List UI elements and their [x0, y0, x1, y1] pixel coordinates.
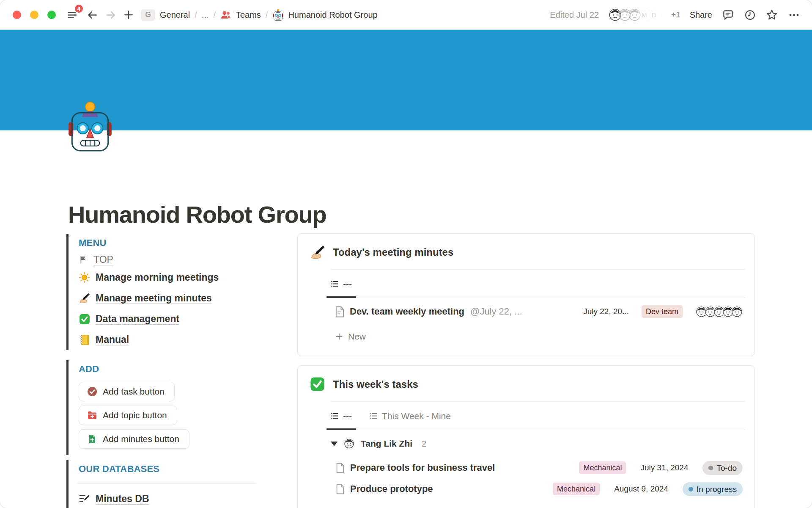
topbar-right: Edited Jul 22 M D +1 Share [550, 8, 800, 22]
tab-label: --- [343, 411, 352, 421]
databases-section: OUR DATABASES Minutes DB [66, 460, 265, 508]
assignee-group-header[interactable]: Tang Lik Zhi 2 [298, 430, 754, 457]
menu-item-manual[interactable]: Manual [79, 329, 265, 350]
folder-plus-icon [87, 410, 97, 420]
menu-item-label: Manage meeting minutes [96, 293, 212, 304]
meeting-row[interactable]: Dev. team weekly meeting @July 22, ... J… [298, 298, 754, 325]
updates-clock-icon[interactable] [743, 8, 756, 21]
task-title: Prepare tools for business travel [350, 462, 495, 473]
add-button-label: Add topic button [103, 410, 167, 420]
favorite-star-icon[interactable] [765, 8, 778, 21]
robot-page-icon[interactable] [69, 101, 112, 152]
breadcrumb-teams[interactable]: Teams [236, 10, 261, 20]
menu-item-data-management[interactable]: Data management [79, 309, 265, 329]
last-edited-label[interactable]: Edited Jul 22 [550, 10, 599, 20]
tab-default-view[interactable]: --- [326, 402, 357, 430]
check-icon [310, 377, 325, 392]
list-view-icon [370, 412, 378, 420]
status-badge: To-do [702, 461, 743, 475]
status-badge: In progress [683, 482, 743, 496]
add-button-label: Add task button [103, 387, 165, 397]
new-page-button[interactable] [122, 8, 135, 21]
assignee-name: Tang Lik Zhi [361, 439, 412, 449]
viewer-avatar-stack[interactable]: M D [608, 8, 661, 22]
database-link-label: Minutes DB [96, 493, 149, 505]
breadcrumb-separator: / [213, 10, 216, 20]
ledger-icon [79, 334, 90, 345]
share-button[interactable]: Share [690, 10, 712, 20]
minutes-view-tabs: --- [298, 270, 754, 298]
page-cover[interactable] [0, 30, 812, 130]
add-task-button[interactable]: Add task button [79, 382, 175, 401]
workspace-chip[interactable]: G [141, 9, 155, 21]
task-row-properties: Mechanical July 31, 2024 To-do [579, 461, 743, 475]
meeting-title: Dev. team weekly meeting [350, 306, 464, 317]
avatar-initial-d: D [647, 8, 661, 22]
category-tag: Mechanical [553, 483, 600, 495]
sidebar-toggle-button[interactable]: 4 [66, 8, 78, 21]
tab-default-view[interactable]: --- [326, 270, 357, 298]
menu-item-label: Manage morning meetings [96, 272, 219, 283]
menu-item-label: TOP [93, 254, 113, 265]
status-dot [708, 466, 713, 470]
app-window: 4 G General / ... / Teams / Humanoid Rob… [0, 0, 812, 508]
notification-badge: 4 [74, 4, 84, 14]
task-due-date: August 9, 2024 [614, 484, 668, 494]
traffic-lights [13, 11, 56, 19]
tab-label: --- [343, 279, 352, 289]
assignee-avatar [343, 438, 355, 450]
add-header: ADD [79, 360, 265, 378]
zoom-window-button[interactable] [47, 11, 56, 19]
tasks-card-header: This week's tasks [298, 366, 754, 401]
add-topic-button[interactable]: Add topic button [79, 406, 177, 425]
back-button[interactable] [86, 8, 99, 21]
meeting-minutes-card: Today's meeting minutes --- Dev. team we… [297, 233, 755, 356]
comments-icon[interactable] [721, 8, 734, 21]
breadcrumb-current-page[interactable]: Humanoid Robot Group [288, 10, 377, 20]
menu-item-manage-morning-meetings[interactable]: Manage morning meetings [79, 267, 265, 288]
list-view-icon [331, 280, 339, 288]
meeting-row-properties: July 22, 20... Dev team [583, 305, 743, 318]
new-button-label: New [348, 331, 366, 342]
minimize-window-button[interactable] [30, 11, 38, 19]
close-window-button[interactable] [13, 11, 21, 19]
writing-hand-icon [310, 245, 325, 260]
menu-header: MENU [79, 234, 265, 252]
add-button-label: Add minutes button [103, 434, 179, 444]
collapse-triangle-icon[interactable] [331, 442, 337, 446]
menu-item-top[interactable]: TOP [79, 252, 265, 267]
breadcrumb-separator: / [266, 10, 268, 20]
task-row[interactable]: Produce prototype Mechanical August 9, 2… [298, 478, 754, 500]
page-title[interactable]: Humanoid Robot Group [68, 201, 326, 228]
document-icon [335, 306, 345, 318]
new-meeting-button[interactable]: New [298, 325, 754, 348]
more-options-icon[interactable] [787, 8, 800, 21]
task-row[interactable]: Prepare tools for business travel Mechan… [298, 457, 754, 478]
check-icon [79, 313, 90, 325]
breadcrumb-general[interactable]: General [160, 10, 190, 20]
teams-people-icon [220, 9, 231, 20]
robot-page-icon-small [272, 9, 283, 21]
add-minutes-button[interactable]: Add minutes button [79, 429, 189, 449]
breadcrumb: G General / ... / Teams / Humanoid Robot… [141, 9, 378, 21]
compose-icon [79, 493, 90, 505]
databases-header: OUR DATABASES [79, 460, 265, 478]
document-icon [336, 463, 345, 473]
category-tag: Mechanical [579, 461, 626, 474]
menu-item-manage-meeting-minutes[interactable]: Manage meeting minutes [79, 288, 265, 309]
breadcrumb-ellipsis[interactable]: ... [202, 10, 209, 20]
writing-hand-icon [79, 293, 90, 304]
team-tag: Dev team [642, 305, 683, 318]
menu-item-label: Data management [96, 313, 179, 325]
tab-this-week-mine[interactable]: This Week - Mine [365, 402, 456, 430]
forward-button[interactable] [104, 8, 117, 21]
group-task-count: 2 [422, 439, 426, 449]
minutes-card-header: Today's meeting minutes [298, 234, 754, 269]
avatar-overflow-count[interactable]: +1 [671, 10, 680, 19]
task-row-properties: Mechanical August 9, 2024 In progress [553, 482, 743, 496]
task-title: Produce prototype [350, 483, 433, 494]
task-due-date: July 31, 2024 [640, 463, 688, 472]
weekly-tasks-card: This week's tasks --- This Week - Mine T… [297, 365, 755, 508]
minutes-db-link[interactable]: Minutes DB [79, 484, 265, 508]
meeting-date: July 22, 20... [583, 307, 629, 316]
